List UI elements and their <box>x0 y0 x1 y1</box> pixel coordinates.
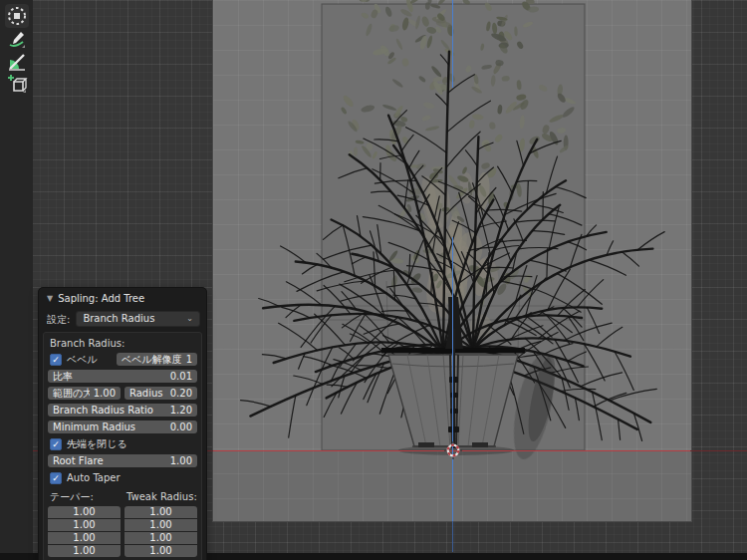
measure-tool[interactable] <box>5 50 29 74</box>
select-circle-tool[interactable] <box>5 4 29 28</box>
tweak-radius-value-field[interactable]: 1.00 <box>124 519 197 531</box>
bevel-checkbox-row[interactable]: ✓ ベベル <box>48 353 113 366</box>
close-tip-checkbox[interactable]: ✓ <box>50 438 62 450</box>
chevron-down-icon: ⌄ <box>186 312 193 326</box>
tweak-radius-value-field[interactable]: 1.00 <box>124 506 197 518</box>
branch-radius-box: Branch Radius: ✓ ベベル ベベル解像度 1 比率 0.01 範囲… <box>43 332 202 560</box>
tweak-radius-value-field[interactable]: 1.00 <box>124 545 197 557</box>
add-cube-icon <box>6 73 28 95</box>
bevel-resolution-field[interactable]: ベベル解像度 1 <box>117 353 197 366</box>
annotate-icon <box>6 29 28 51</box>
taper-value-field[interactable]: 1.00 <box>48 506 121 518</box>
taper-value-field[interactable]: 1.00 <box>48 545 121 557</box>
pot-foot <box>418 442 434 447</box>
measure-icon <box>6 51 28 73</box>
taper-column-label: テーパー: <box>48 490 121 502</box>
settings-label: 設定: <box>47 313 70 326</box>
branch-radius-ratio-slider[interactable]: Branch Radius Ratio 1.20 <box>48 404 197 417</box>
auto-taper-checkbox-row[interactable]: ✓ Auto Taper <box>48 471 197 484</box>
annotate-tool[interactable] <box>5 28 29 52</box>
panel-header[interactable]: ▼ Sapling: Add Tree <box>39 288 206 307</box>
taper-value-field[interactable]: 1.00 <box>48 532 121 544</box>
auto-taper-checkbox[interactable]: ✓ <box>50 472 62 484</box>
bevel-checkbox-label: ベベル <box>67 353 98 366</box>
panel-title: Sapling: Add Tree <box>58 292 144 305</box>
minimum-radius-slider[interactable]: Minimum Radius 0.00 <box>48 420 197 433</box>
tweak-radius-column-label: Tweak Radius: <box>124 490 197 502</box>
tweak-radius-value-field[interactable]: 1.00 <box>124 532 197 544</box>
select-circle-icon <box>6 5 28 27</box>
taper-value-field[interactable]: 1.00 <box>48 519 121 531</box>
radius-scale-slider[interactable]: Radius Scal 0.20 <box>124 387 197 400</box>
section-label: Branch Radius: <box>48 337 197 349</box>
scale-slider[interactable]: 範囲の大き 1.00 <box>48 387 121 400</box>
bevel-checkbox[interactable]: ✓ <box>50 354 62 366</box>
preset-dropdown-value: Branch Radius <box>83 312 154 326</box>
3d-cursor[interactable] <box>444 441 462 459</box>
tweak-radius-value-stack: 1.00 1.00 1.00 1.00 <box>124 506 197 557</box>
z-axis-line <box>452 0 453 552</box>
root-flare-slider[interactable]: Root Flare 1.00 <box>48 454 197 467</box>
pot-foot <box>472 442 488 447</box>
auto-taper-checkbox-label: Auto Taper <box>67 471 121 484</box>
taper-value-stack: 1.00 1.00 1.00 1.00 <box>48 506 121 557</box>
preset-dropdown[interactable]: Branch Radius ⌄ <box>76 311 200 327</box>
add-cube-tool[interactable] <box>5 72 29 96</box>
toolbar <box>0 0 33 553</box>
close-tip-checkbox-row[interactable]: ✓ 先端を閉じる <box>48 437 197 450</box>
ratio-slider[interactable]: 比率 0.01 <box>48 370 197 383</box>
close-tip-checkbox-label: 先端を閉じる <box>67 437 127 450</box>
collapse-caret-icon: ▼ <box>47 292 53 305</box>
operator-panel-sapling-add-tree: ▼ Sapling: Add Tree 設定: Branch Radius ⌄ … <box>38 287 207 560</box>
